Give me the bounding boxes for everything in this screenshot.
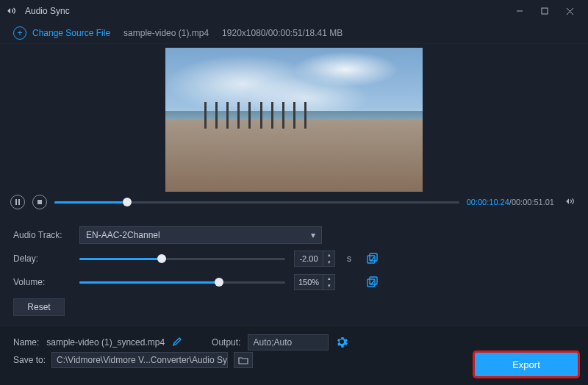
source-bar: + Change Source File sample-video (1).mp… — [0, 22, 588, 44]
export-label: Export — [512, 359, 540, 370]
audio-track-label: Audio Track: — [13, 230, 71, 240]
pencil-icon — [172, 337, 182, 347]
audio-track-select[interactable]: EN-AAC-2Channel ▾ — [79, 226, 322, 244]
delay-step-up[interactable]: ▴ — [323, 251, 334, 259]
reset-label: Reset — [27, 302, 50, 312]
saveto-path-select[interactable]: C:\Vidmore\Vidmore V...Converter\Audio S… — [51, 352, 228, 368]
current-time: 00:00:10.24 — [467, 198, 509, 206]
svg-rect-9 — [368, 279, 375, 287]
apply-all-icon — [366, 253, 378, 265]
source-metadata: 1920x1080/00:00:51/18.41 MB — [222, 28, 343, 38]
output-format-value: Auto;Auto — [253, 337, 292, 348]
output-name: sample-video (1)_synced.mp4 — [46, 337, 165, 348]
source-filename: sample-video (1).mp4 — [123, 28, 209, 38]
close-button[interactable] — [557, 0, 582, 22]
export-button[interactable]: Export — [475, 353, 578, 376]
delay-apply-all-button[interactable] — [366, 253, 378, 265]
stop-icon — [37, 199, 43, 205]
speaker-icon — [564, 196, 578, 206]
delay-input[interactable]: ▴ ▾ — [294, 251, 335, 267]
audio-track-value: EN-AAC-2Channel — [86, 230, 160, 240]
minimize-button[interactable] — [507, 0, 532, 22]
volume-slider[interactable] — [79, 281, 285, 284]
open-folder-button[interactable] — [234, 352, 253, 368]
controls-section: Audio Track: EN-AAC-2Channel ▾ Delay: ▴ … — [0, 213, 588, 316]
svg-rect-10 — [370, 277, 377, 284]
name-label: Name: — [13, 337, 39, 348]
maximize-button[interactable] — [532, 0, 557, 22]
volume-apply-all-button[interactable] — [366, 276, 378, 288]
seek-slider[interactable] — [54, 195, 459, 209]
svg-rect-1 — [542, 8, 548, 14]
svg-rect-4 — [15, 199, 17, 205]
svg-rect-8 — [370, 253, 377, 261]
plus-icon: + — [13, 26, 26, 40]
output-label: Output: — [212, 337, 240, 348]
pause-icon — [15, 199, 21, 205]
video-preview[interactable] — [165, 48, 423, 192]
change-source-label: Change Source File — [32, 28, 110, 38]
delay-value[interactable] — [295, 254, 323, 263]
transport-bar: 00:00:10.24/00:00:51.01 — [0, 191, 588, 213]
titlebar: Audio Sync — [0, 0, 588, 22]
volume-input[interactable]: ▴ ▾ — [294, 274, 335, 290]
stop-button[interactable] — [32, 195, 47, 209]
gear-icon — [336, 336, 348, 348]
svg-rect-6 — [37, 200, 42, 204]
apply-all-icon — [366, 276, 378, 288]
output-settings-button[interactable] — [336, 336, 348, 350]
saveto-label: Save to: — [13, 355, 46, 365]
play-pause-button[interactable] — [10, 195, 25, 209]
edit-name-button[interactable] — [172, 337, 182, 349]
volume-step-up[interactable]: ▴ — [323, 275, 334, 282]
folder-icon — [238, 356, 248, 364]
window-title: Audio Sync — [25, 6, 507, 16]
delay-slider[interactable] — [79, 258, 285, 260]
delay-unit: s — [347, 253, 353, 264]
footer: Name: sample-video (1)_synced.mp4 Output… — [0, 325, 588, 385]
volume-label: Volume: — [13, 277, 71, 287]
volume-step-down[interactable]: ▾ — [323, 282, 334, 289]
mute-button[interactable] — [564, 196, 578, 209]
total-time: 00:00:51.01 — [512, 198, 554, 206]
saveto-path-value: C:\Vidmore\Vidmore V...Converter\Audio S… — [57, 355, 228, 365]
svg-rect-5 — [18, 199, 20, 205]
reset-button[interactable]: Reset — [13, 298, 65, 316]
output-format-select[interactable]: Auto;Auto — [248, 334, 329, 350]
time-display: 00:00:10.24/00:00:51.01 — [467, 198, 554, 206]
chevron-down-icon: ▾ — [311, 230, 315, 240]
change-source-button[interactable]: + Change Source File — [13, 26, 110, 40]
delay-label: Delay: — [13, 253, 71, 264]
app-icon — [6, 6, 19, 16]
volume-value[interactable] — [295, 278, 323, 287]
delay-step-down[interactable]: ▾ — [323, 259, 334, 266]
svg-rect-7 — [368, 256, 375, 263]
preview-area — [0, 44, 588, 191]
